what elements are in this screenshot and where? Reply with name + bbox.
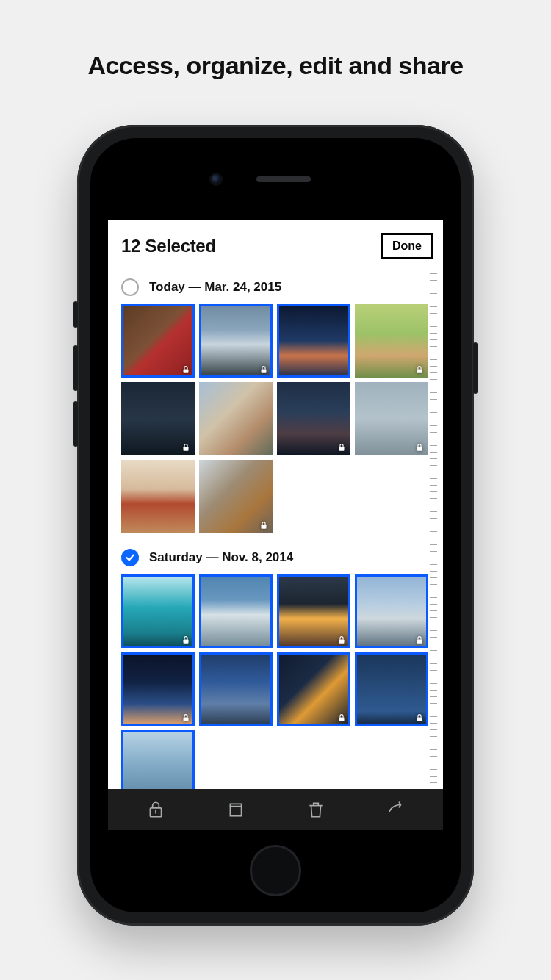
section-date-label: Saturday — Nov. 8, 2014: [149, 550, 293, 565]
phone-top-bezel: [90, 138, 461, 220]
photo-thumbnail[interactable]: [277, 304, 350, 378]
trash-icon: [306, 800, 325, 819]
selected-count-label: 12 Selected: [121, 236, 216, 256]
photo-thumbnail[interactable]: [199, 574, 273, 648]
svg-rect-11: [339, 717, 345, 721]
delete-button[interactable]: [300, 793, 332, 826]
lock-button[interactable]: [140, 793, 172, 826]
svg-rect-6: [262, 525, 267, 528]
photo-thumbnail[interactable]: [199, 304, 273, 378]
photo-thumbnail[interactable]: [121, 730, 195, 789]
phone-volume-down: [73, 401, 78, 447]
phone-volume-up: [73, 345, 78, 391]
photo-grid: [108, 304, 443, 542]
svg-rect-9: [417, 639, 422, 643]
done-button[interactable]: Done: [381, 233, 433, 259]
photo-thumbnail[interactable]: [121, 652, 195, 726]
photo-thumbnail[interactable]: [121, 382, 195, 455]
photo-thumbnail[interactable]: [121, 304, 195, 378]
section-header: Today — Mar. 24, 2015: [108, 272, 443, 304]
phone-camera: [211, 174, 221, 184]
photo-thumbnail[interactable]: [277, 574, 350, 648]
phone-power-button: [473, 342, 478, 394]
section-date-label: Today — Mar. 24, 2015: [149, 280, 281, 295]
photo-scroll-area[interactable]: Today — Mar. 24, 2015 Saturday — Nov. 8,…: [108, 272, 443, 789]
album-button[interactable]: [220, 793, 252, 826]
section-select-toggle[interactable]: [121, 278, 139, 296]
lock-icon: [336, 635, 347, 645]
photo-thumbnail[interactable]: [199, 652, 273, 726]
section-header: Saturday — Nov. 8, 2014: [108, 542, 443, 574]
photo-thumbnail[interactable]: [199, 460, 273, 533]
photo-thumbnail[interactable]: [355, 574, 428, 648]
photo-thumbnail[interactable]: [277, 652, 350, 726]
svg-rect-1: [262, 369, 267, 372]
action-toolbar: [108, 789, 443, 830]
share-button[interactable]: [380, 793, 412, 826]
lock-icon: [336, 442, 347, 453]
svg-rect-5: [417, 447, 422, 450]
lock-icon: [336, 713, 347, 723]
lock-icon: [414, 713, 425, 723]
phone-mute-switch: [73, 301, 78, 328]
photo-grid: [108, 574, 443, 789]
photo-thumbnail[interactable]: [199, 382, 273, 455]
lock-icon: [181, 442, 191, 453]
album-icon: [226, 800, 245, 819]
section-select-toggle[interactable]: [121, 549, 139, 566]
photo-thumbnail[interactable]: [121, 460, 195, 533]
phone-mockup: 12 Selected Done Today — Mar. 24, 2015: [77, 125, 474, 926]
lock-icon: [414, 364, 425, 375]
photo-thumbnail[interactable]: [355, 304, 428, 378]
share-icon: [386, 800, 406, 819]
phone-speaker: [256, 176, 311, 182]
photo-thumbnail[interactable]: [355, 382, 428, 455]
timeline-scrubber[interactable]: [430, 273, 437, 788]
app-screen: 12 Selected Done Today — Mar. 24, 2015: [108, 220, 443, 830]
photo-thumbnail[interactable]: [277, 382, 350, 455]
svg-rect-4: [339, 447, 345, 450]
svg-rect-7: [184, 639, 189, 643]
svg-rect-8: [339, 639, 345, 643]
lock-icon: [181, 635, 191, 645]
photo-thumbnail[interactable]: [121, 574, 195, 648]
check-icon: [125, 552, 135, 563]
lock-icon: [414, 635, 425, 645]
selection-header: 12 Selected Done: [108, 220, 443, 272]
svg-rect-3: [184, 447, 189, 450]
lock-icon: [414, 442, 425, 453]
lock-icon: [259, 364, 269, 375]
lock-icon: [181, 364, 191, 375]
lock-icon: [259, 520, 269, 530]
promo-title: Access, organize, edit and share: [0, 51, 551, 80]
phone-home-button: [250, 845, 301, 896]
svg-rect-2: [417, 369, 422, 372]
lock-icon: [146, 800, 165, 819]
svg-rect-14: [230, 807, 241, 816]
lock-icon: [181, 713, 191, 723]
svg-rect-12: [417, 717, 422, 721]
photo-thumbnail[interactable]: [355, 652, 428, 726]
svg-rect-0: [184, 369, 189, 372]
svg-rect-10: [184, 717, 189, 721]
